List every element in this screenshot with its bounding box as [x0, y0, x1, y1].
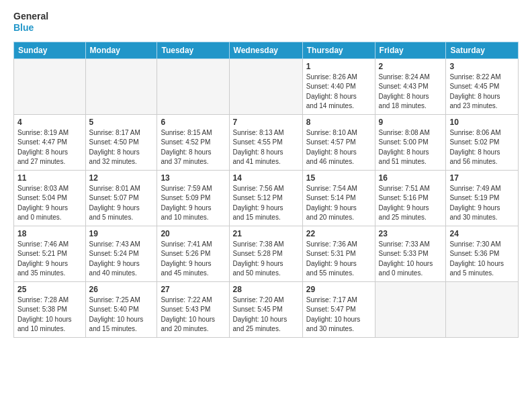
- day-info: Sunrise: 7:51 AM Sunset: 5:16 PM Dayligh…: [379, 184, 443, 223]
- day-number: 5: [89, 118, 154, 127]
- calendar-cell: 20Sunrise: 7:41 AM Sunset: 5:26 PM Dayli…: [157, 226, 229, 281]
- col-header-friday: Friday: [375, 42, 446, 58]
- day-number: 28: [233, 285, 299, 294]
- col-header-monday: Monday: [85, 42, 157, 58]
- calendar-cell: 7Sunrise: 8:13 AM Sunset: 4:55 PM Daylig…: [229, 114, 302, 170]
- day-number: 4: [17, 118, 82, 127]
- col-header-saturday: Saturday: [446, 42, 519, 58]
- calendar-week-1: 1Sunrise: 8:26 AM Sunset: 4:40 PM Daylig…: [14, 58, 519, 114]
- calendar-cell: 24Sunrise: 7:30 AM Sunset: 5:36 PM Dayli…: [446, 226, 519, 281]
- day-info: Sunrise: 8:22 AM Sunset: 4:45 PM Dayligh…: [449, 73, 515, 111]
- day-info: Sunrise: 7:41 AM Sunset: 5:26 PM Dayligh…: [161, 240, 225, 279]
- day-info: Sunrise: 7:59 AM Sunset: 5:09 PM Dayligh…: [161, 184, 225, 223]
- day-info: Sunrise: 7:46 AM Sunset: 5:21 PM Dayligh…: [17, 240, 82, 279]
- calendar-cell: 28Sunrise: 7:20 AM Sunset: 5:45 PM Dayli…: [229, 281, 302, 337]
- calendar-cell: 22Sunrise: 7:36 AM Sunset: 5:31 PM Dayli…: [302, 226, 375, 281]
- col-header-thursday: Thursday: [302, 42, 375, 58]
- day-info: Sunrise: 7:49 AM Sunset: 5:19 PM Dayligh…: [449, 184, 515, 223]
- day-info: Sunrise: 8:10 AM Sunset: 4:57 PM Dayligh…: [306, 128, 371, 167]
- day-number: 13: [161, 173, 225, 183]
- col-header-wednesday: Wednesday: [229, 42, 302, 58]
- day-info: Sunrise: 8:19 AM Sunset: 4:47 PM Dayligh…: [17, 128, 82, 167]
- day-info: Sunrise: 8:17 AM Sunset: 4:50 PM Dayligh…: [89, 128, 154, 167]
- day-info: Sunrise: 7:33 AM Sunset: 5:33 PM Dayligh…: [379, 240, 443, 279]
- calendar-cell: [375, 281, 446, 337]
- col-header-sunday: Sunday: [14, 42, 86, 58]
- calendar-cell: 19Sunrise: 7:43 AM Sunset: 5:24 PM Dayli…: [85, 226, 157, 281]
- calendar-cell: 25Sunrise: 7:28 AM Sunset: 5:38 PM Dayli…: [14, 281, 86, 337]
- day-info: Sunrise: 7:38 AM Sunset: 5:28 PM Dayligh…: [233, 240, 299, 279]
- calendar-week-4: 18Sunrise: 7:46 AM Sunset: 5:21 PM Dayli…: [14, 226, 519, 281]
- calendar-cell: 17Sunrise: 7:49 AM Sunset: 5:19 PM Dayli…: [446, 170, 519, 226]
- day-number: 1: [306, 62, 371, 71]
- day-info: Sunrise: 8:26 AM Sunset: 4:40 PM Dayligh…: [306, 73, 371, 111]
- day-number: 12: [89, 173, 154, 183]
- calendar-cell: [14, 58, 86, 114]
- day-info: Sunrise: 7:56 AM Sunset: 5:12 PM Dayligh…: [233, 184, 299, 223]
- logo: General Blue: [13, 11, 48, 34]
- calendar-cell: 4Sunrise: 8:19 AM Sunset: 4:47 PM Daylig…: [14, 114, 86, 170]
- day-number: 15: [306, 173, 371, 183]
- day-number: 21: [233, 229, 299, 238]
- calendar-cell: 2Sunrise: 8:24 AM Sunset: 4:43 PM Daylig…: [375, 58, 446, 114]
- logo-blue-text: Blue: [13, 22, 34, 34]
- calendar-cell: 3Sunrise: 8:22 AM Sunset: 4:45 PM Daylig…: [446, 58, 519, 114]
- day-number: 19: [89, 229, 154, 238]
- calendar-cell: 6Sunrise: 8:15 AM Sunset: 4:52 PM Daylig…: [157, 114, 229, 170]
- calendar-cell: [85, 58, 157, 114]
- calendar-week-3: 11Sunrise: 8:03 AM Sunset: 5:04 PM Dayli…: [14, 170, 519, 226]
- calendar-table: SundayMondayTuesdayWednesdayThursdayFrid…: [13, 42, 519, 338]
- calendar-cell: 23Sunrise: 7:33 AM Sunset: 5:33 PM Dayli…: [375, 226, 446, 281]
- calendar-cell: 11Sunrise: 8:03 AM Sunset: 5:04 PM Dayli…: [14, 170, 86, 226]
- calendar-cell: 12Sunrise: 8:01 AM Sunset: 5:07 PM Dayli…: [85, 170, 157, 226]
- calendar-header-row: SundayMondayTuesdayWednesdayThursdayFrid…: [14, 42, 519, 58]
- calendar-cell: 9Sunrise: 8:08 AM Sunset: 5:00 PM Daylig…: [375, 114, 446, 170]
- calendar-cell: 14Sunrise: 7:56 AM Sunset: 5:12 PM Dayli…: [229, 170, 302, 226]
- day-info: Sunrise: 8:01 AM Sunset: 5:07 PM Dayligh…: [89, 184, 154, 223]
- day-number: 9: [379, 118, 443, 127]
- day-info: Sunrise: 8:06 AM Sunset: 5:02 PM Dayligh…: [449, 128, 515, 167]
- day-info: Sunrise: 7:17 AM Sunset: 5:47 PM Dayligh…: [306, 295, 371, 334]
- day-info: Sunrise: 8:13 AM Sunset: 4:55 PM Dayligh…: [233, 128, 299, 167]
- day-number: 10: [449, 118, 515, 127]
- day-number: 23: [379, 229, 443, 238]
- day-number: 29: [306, 285, 371, 294]
- day-number: 25: [17, 285, 82, 294]
- calendar-cell: 13Sunrise: 7:59 AM Sunset: 5:09 PM Dayli…: [157, 170, 229, 226]
- calendar-cell: [157, 58, 229, 114]
- day-number: 24: [449, 229, 515, 238]
- day-info: Sunrise: 7:36 AM Sunset: 5:31 PM Dayligh…: [306, 240, 371, 279]
- day-info: Sunrise: 8:15 AM Sunset: 4:52 PM Dayligh…: [161, 128, 225, 167]
- col-header-tuesday: Tuesday: [157, 42, 229, 58]
- calendar-cell: 29Sunrise: 7:17 AM Sunset: 5:47 PM Dayli…: [302, 281, 375, 337]
- day-number: 3: [449, 62, 515, 71]
- calendar-cell: [446, 281, 519, 337]
- calendar-cell: [229, 58, 302, 114]
- day-info: Sunrise: 8:24 AM Sunset: 4:43 PM Dayligh…: [379, 73, 443, 111]
- day-info: Sunrise: 7:22 AM Sunset: 5:43 PM Dayligh…: [161, 295, 225, 334]
- day-info: Sunrise: 8:03 AM Sunset: 5:04 PM Dayligh…: [17, 184, 82, 223]
- day-number: 16: [379, 173, 443, 183]
- day-info: Sunrise: 7:20 AM Sunset: 5:45 PM Dayligh…: [233, 295, 299, 334]
- day-info: Sunrise: 7:54 AM Sunset: 5:14 PM Dayligh…: [306, 184, 371, 223]
- day-info: Sunrise: 8:08 AM Sunset: 5:00 PM Dayligh…: [379, 128, 443, 167]
- day-info: Sunrise: 7:28 AM Sunset: 5:38 PM Dayligh…: [17, 295, 82, 334]
- day-number: 27: [161, 285, 225, 294]
- calendar-cell: 21Sunrise: 7:38 AM Sunset: 5:28 PM Dayli…: [229, 226, 302, 281]
- day-number: 20: [161, 229, 225, 238]
- calendar-cell: 26Sunrise: 7:25 AM Sunset: 5:40 PM Dayli…: [85, 281, 157, 337]
- day-number: 11: [17, 173, 82, 183]
- calendar-cell: 18Sunrise: 7:46 AM Sunset: 5:21 PM Dayli…: [14, 226, 86, 281]
- day-number: 17: [449, 173, 515, 183]
- calendar-week-5: 25Sunrise: 7:28 AM Sunset: 5:38 PM Dayli…: [14, 281, 519, 337]
- calendar-cell: 10Sunrise: 8:06 AM Sunset: 5:02 PM Dayli…: [446, 114, 519, 170]
- day-number: 14: [233, 173, 299, 183]
- calendar-cell: 27Sunrise: 7:22 AM Sunset: 5:43 PM Dayli…: [157, 281, 229, 337]
- day-info: Sunrise: 7:25 AM Sunset: 5:40 PM Dayligh…: [89, 295, 154, 334]
- day-number: 8: [306, 118, 371, 127]
- calendar-cell: 1Sunrise: 8:26 AM Sunset: 4:40 PM Daylig…: [302, 58, 375, 114]
- day-number: 2: [379, 62, 443, 71]
- day-info: Sunrise: 7:43 AM Sunset: 5:24 PM Dayligh…: [89, 240, 154, 279]
- calendar-cell: 15Sunrise: 7:54 AM Sunset: 5:14 PM Dayli…: [302, 170, 375, 226]
- calendar-week-2: 4Sunrise: 8:19 AM Sunset: 4:47 PM Daylig…: [14, 114, 519, 170]
